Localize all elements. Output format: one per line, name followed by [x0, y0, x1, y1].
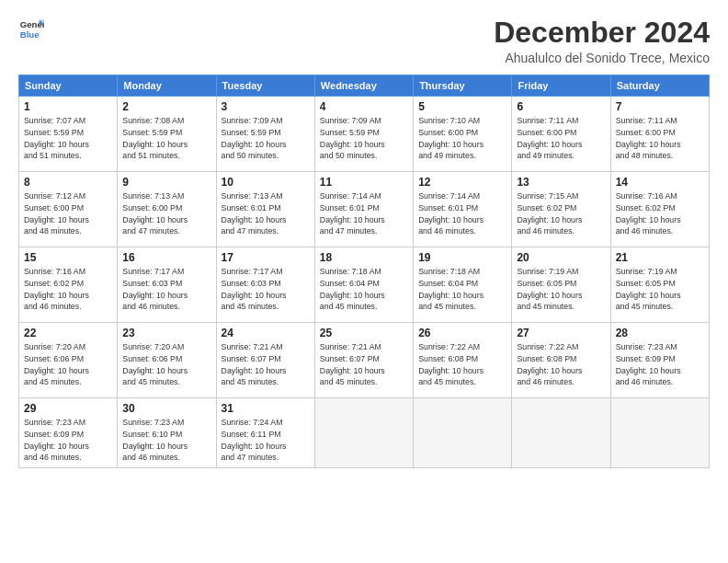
- day-number: 9: [122, 176, 210, 189]
- table-row: 12Sunrise: 7:14 AM Sunset: 6:01 PM Dayli…: [414, 172, 512, 247]
- day-info: Sunrise: 7:20 AM Sunset: 6:06 PM Dayligh…: [24, 341, 112, 388]
- day-number: 13: [517, 176, 605, 189]
- table-row: 14Sunrise: 7:16 AM Sunset: 6:02 PM Dayli…: [610, 172, 709, 247]
- table-row: [314, 398, 413, 468]
- table-row: 23Sunrise: 7:20 AM Sunset: 6:06 PM Dayli…: [118, 323, 216, 398]
- day-info: Sunrise: 7:19 AM Sunset: 6:05 PM Dayligh…: [517, 266, 605, 313]
- day-number: 12: [418, 176, 506, 189]
- table-row: 20Sunrise: 7:19 AM Sunset: 6:05 PM Dayli…: [512, 247, 610, 323]
- table-row: 11Sunrise: 7:14 AM Sunset: 6:01 PM Dayli…: [314, 172, 413, 247]
- day-info: Sunrise: 7:17 AM Sunset: 6:03 PM Dayligh…: [122, 266, 210, 313]
- day-info: Sunrise: 7:16 AM Sunset: 6:02 PM Dayligh…: [616, 190, 704, 237]
- table-row: 27Sunrise: 7:22 AM Sunset: 6:08 PM Dayli…: [512, 323, 610, 398]
- day-number: 31: [222, 402, 310, 415]
- table-row: [610, 398, 709, 468]
- day-number: 1: [24, 100, 112, 113]
- table-row: 25Sunrise: 7:21 AM Sunset: 6:07 PM Dayli…: [314, 323, 413, 398]
- table-row: 1Sunrise: 7:07 AM Sunset: 5:59 PM Daylig…: [19, 97, 118, 172]
- day-number: 19: [418, 251, 506, 264]
- table-row: 7Sunrise: 7:11 AM Sunset: 6:00 PM Daylig…: [610, 97, 709, 172]
- day-number: 22: [24, 327, 112, 339]
- table-row: 8Sunrise: 7:12 AM Sunset: 6:00 PM Daylig…: [19, 172, 118, 247]
- day-info: Sunrise: 7:23 AM Sunset: 6:09 PM Dayligh…: [24, 417, 112, 464]
- day-number: 15: [24, 251, 112, 264]
- header: General Blue December 2024 Ahualulco del…: [18, 17, 710, 65]
- col-saturday: Saturday: [610, 75, 709, 97]
- day-info: Sunrise: 7:17 AM Sunset: 6:03 PM Dayligh…: [222, 266, 310, 313]
- day-info: Sunrise: 7:18 AM Sunset: 6:04 PM Dayligh…: [418, 266, 506, 313]
- logo: General Blue: [18, 17, 44, 42]
- col-friday: Friday: [512, 75, 610, 97]
- day-info: Sunrise: 7:16 AM Sunset: 6:02 PM Dayligh…: [24, 266, 112, 313]
- table-row: 4Sunrise: 7:09 AM Sunset: 5:59 PM Daylig…: [314, 97, 413, 172]
- table-row: 30Sunrise: 7:23 AM Sunset: 6:10 PM Dayli…: [118, 398, 216, 468]
- day-number: 7: [616, 100, 704, 113]
- day-info: Sunrise: 7:15 AM Sunset: 6:02 PM Dayligh…: [517, 190, 605, 237]
- table-row: [414, 398, 512, 468]
- day-number: 11: [320, 176, 408, 189]
- day-info: Sunrise: 7:09 AM Sunset: 5:59 PM Dayligh…: [222, 115, 310, 162]
- day-number: 8: [24, 176, 112, 189]
- table-row: 16Sunrise: 7:17 AM Sunset: 6:03 PM Dayli…: [118, 247, 216, 323]
- day-info: Sunrise: 7:11 AM Sunset: 6:00 PM Dayligh…: [616, 115, 704, 162]
- day-info: Sunrise: 7:08 AM Sunset: 5:59 PM Dayligh…: [122, 115, 210, 162]
- day-number: 18: [320, 251, 408, 264]
- day-number: 30: [122, 402, 210, 415]
- calendar-table: Sunday Monday Tuesday Wednesday Thursday…: [18, 75, 710, 468]
- table-row: 26Sunrise: 7:22 AM Sunset: 6:08 PM Dayli…: [414, 323, 512, 398]
- day-info: Sunrise: 7:14 AM Sunset: 6:01 PM Dayligh…: [418, 190, 506, 237]
- day-info: Sunrise: 7:12 AM Sunset: 6:00 PM Dayligh…: [24, 190, 112, 237]
- table-row: 29Sunrise: 7:23 AM Sunset: 6:09 PM Dayli…: [19, 398, 118, 468]
- day-number: 14: [616, 176, 704, 189]
- table-row: 9Sunrise: 7:13 AM Sunset: 6:00 PM Daylig…: [118, 172, 216, 247]
- table-row: 17Sunrise: 7:17 AM Sunset: 6:03 PM Dayli…: [216, 247, 314, 323]
- day-info: Sunrise: 7:11 AM Sunset: 6:00 PM Dayligh…: [517, 115, 605, 162]
- day-number: 17: [222, 251, 310, 264]
- location-title: Ahualulco del Sonido Trece, Mexico: [494, 51, 710, 65]
- day-number: 10: [222, 176, 310, 189]
- table-row: 24Sunrise: 7:21 AM Sunset: 6:07 PM Dayli…: [216, 323, 314, 398]
- col-tuesday: Tuesday: [216, 75, 314, 97]
- table-row: 19Sunrise: 7:18 AM Sunset: 6:04 PM Dayli…: [414, 247, 512, 323]
- day-number: 20: [517, 251, 605, 264]
- table-row: 6Sunrise: 7:11 AM Sunset: 6:00 PM Daylig…: [512, 97, 610, 172]
- day-info: Sunrise: 7:24 AM Sunset: 6:11 PM Dayligh…: [222, 417, 310, 464]
- day-number: 16: [122, 251, 210, 264]
- day-number: 6: [517, 100, 605, 113]
- col-monday: Monday: [118, 75, 216, 97]
- day-info: Sunrise: 7:07 AM Sunset: 5:59 PM Dayligh…: [24, 115, 112, 162]
- table-row: 5Sunrise: 7:10 AM Sunset: 6:00 PM Daylig…: [414, 97, 512, 172]
- table-row: 22Sunrise: 7:20 AM Sunset: 6:06 PM Dayli…: [19, 323, 118, 398]
- month-title: December 2024: [494, 17, 710, 49]
- day-info: Sunrise: 7:23 AM Sunset: 6:10 PM Dayligh…: [122, 417, 210, 464]
- day-info: Sunrise: 7:22 AM Sunset: 6:08 PM Dayligh…: [517, 341, 605, 388]
- day-info: Sunrise: 7:19 AM Sunset: 6:05 PM Dayligh…: [616, 266, 704, 313]
- day-number: 27: [517, 327, 605, 339]
- table-row: 31Sunrise: 7:24 AM Sunset: 6:11 PM Dayli…: [216, 398, 314, 468]
- day-number: 29: [24, 402, 112, 415]
- day-number: 23: [122, 327, 210, 339]
- day-number: 28: [616, 327, 704, 339]
- day-info: Sunrise: 7:22 AM Sunset: 6:08 PM Dayligh…: [418, 341, 506, 388]
- table-row: 13Sunrise: 7:15 AM Sunset: 6:02 PM Dayli…: [512, 172, 610, 247]
- day-info: Sunrise: 7:14 AM Sunset: 6:01 PM Dayligh…: [320, 190, 408, 237]
- day-number: 26: [418, 327, 506, 339]
- svg-text:Blue: Blue: [20, 29, 40, 40]
- day-number: 21: [616, 251, 704, 264]
- table-row: 2Sunrise: 7:08 AM Sunset: 5:59 PM Daylig…: [118, 97, 216, 172]
- header-row: Sunday Monday Tuesday Wednesday Thursday…: [19, 75, 710, 97]
- day-number: 25: [320, 327, 408, 339]
- page: General Blue December 2024 Ahualulco del…: [0, 0, 728, 563]
- day-info: Sunrise: 7:10 AM Sunset: 6:00 PM Dayligh…: [418, 115, 506, 162]
- logo-icon: General Blue: [18, 17, 44, 42]
- day-info: Sunrise: 7:21 AM Sunset: 6:07 PM Dayligh…: [222, 341, 310, 388]
- table-row: 28Sunrise: 7:23 AM Sunset: 6:09 PM Dayli…: [610, 323, 709, 398]
- day-info: Sunrise: 7:18 AM Sunset: 6:04 PM Dayligh…: [320, 266, 408, 313]
- col-thursday: Thursday: [414, 75, 512, 97]
- day-info: Sunrise: 7:13 AM Sunset: 6:01 PM Dayligh…: [222, 190, 310, 237]
- day-number: 5: [418, 100, 506, 113]
- day-info: Sunrise: 7:23 AM Sunset: 6:09 PM Dayligh…: [616, 341, 704, 388]
- table-row: 21Sunrise: 7:19 AM Sunset: 6:05 PM Dayli…: [610, 247, 709, 323]
- title-block: December 2024 Ahualulco del Sonido Trece…: [494, 17, 710, 65]
- day-number: 3: [222, 100, 310, 113]
